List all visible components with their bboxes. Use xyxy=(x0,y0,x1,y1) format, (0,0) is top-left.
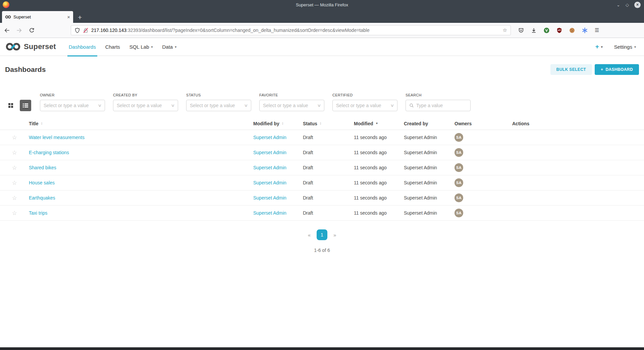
created-by-text: Superset Admin xyxy=(404,165,454,170)
sort-icon: ▲▼ xyxy=(282,122,284,125)
desktop-edge-strip xyxy=(0,347,644,350)
chevron-down-icon: ▾ xyxy=(634,45,636,49)
modified-text: 11 seconds ago xyxy=(354,150,404,155)
status-select[interactable]: Select or type a value ∨ xyxy=(186,100,251,111)
chevron-down-icon: ▾ xyxy=(175,45,176,49)
dashboard-title-link[interactable]: Earthquakes xyxy=(29,195,55,201)
pagination-prev-button[interactable]: « xyxy=(305,231,313,239)
grid-icon xyxy=(8,103,13,108)
ublock-origin-icon[interactable]: uO xyxy=(556,28,562,33)
bookmark-star-icon[interactable]: ☆ xyxy=(503,27,507,33)
nav-item-dashboards[interactable]: Dashboards xyxy=(64,38,101,56)
filter-favorite: FAVORITE Select or type a value ∨ xyxy=(259,93,324,111)
reload-icon[interactable] xyxy=(29,28,35,33)
table-row: ☆ Taxi trips Superset Admin Draft 11 sec… xyxy=(0,206,644,221)
search-icon xyxy=(409,103,414,108)
tracking-shield-icon[interactable] xyxy=(74,28,80,33)
dashboard-title-link[interactable]: Shared bikes xyxy=(29,165,56,170)
nav-item-charts[interactable]: Charts xyxy=(101,38,125,56)
menu-icon[interactable]: ☰ xyxy=(595,27,599,33)
settings-menu[interactable]: Settings▾ xyxy=(614,44,636,50)
modified-by-link[interactable]: Superset Admin xyxy=(253,195,286,201)
maximize-button[interactable]: ◇ xyxy=(626,3,629,7)
list-view-toggle[interactable] xyxy=(20,100,31,111)
dashboard-title-link[interactable]: Water level measurements xyxy=(29,135,85,140)
column-header-modified[interactable]: Modified ▼ xyxy=(354,121,404,126)
created-by-text: Superset Admin xyxy=(404,135,454,140)
app-navbar: Superset Dashboards Charts SQL Lab▾ Data… xyxy=(0,38,644,56)
favorite-star-icon[interactable]: ☆ xyxy=(12,179,17,186)
favorite-select[interactable]: Select or type a value ∨ xyxy=(259,100,324,111)
modified-by-link[interactable]: Superset Admin xyxy=(253,210,286,216)
table-row: ☆ Earthquakes Superset Admin Draft 11 se… xyxy=(0,190,644,206)
insecure-lock-icon[interactable] xyxy=(83,28,89,33)
chevron-down-icon: ∨ xyxy=(171,103,175,108)
column-header-title[interactable]: Title ▲▼ xyxy=(24,121,253,126)
dashboard-title-link[interactable]: Taxi trips xyxy=(29,210,47,216)
dashboard-title-link[interactable]: E-charging stations xyxy=(29,150,69,155)
modified-text: 11 seconds ago xyxy=(354,195,404,201)
url-text[interactable]: 217.160.120.143:32393/dashboard/list/?pa… xyxy=(91,28,500,33)
modified-text: 11 seconds ago xyxy=(354,135,404,140)
superset-logo-icon xyxy=(5,42,21,51)
owner-avatar: SA xyxy=(454,209,463,217)
modified-by-link[interactable]: Superset Admin xyxy=(253,150,286,155)
url-bar[interactable]: 217.160.120.143:32393/dashboard/list/?pa… xyxy=(71,25,511,35)
browser-tab-superset[interactable]: Superset × xyxy=(2,11,73,23)
download-icon[interactable] xyxy=(531,28,537,33)
created-by-select[interactable]: Select or type a value ∨ xyxy=(113,100,178,111)
tab-close-icon[interactable]: × xyxy=(67,14,70,19)
new-tab-button[interactable]: + xyxy=(78,14,82,21)
os-titlebar: Superset — Mozilla Firefox ⌄ ◇ × xyxy=(0,0,644,9)
svg-text:uO: uO xyxy=(558,29,561,31)
superset-brand[interactable]: Superset xyxy=(5,42,56,51)
new-dashboard-button[interactable]: +DASHBOARD xyxy=(595,64,639,75)
chevron-down-icon: ▾ xyxy=(151,45,153,49)
table-row: ☆ House sales Superset Admin Draft 11 se… xyxy=(0,175,644,190)
filter-search: SEARCH xyxy=(406,93,471,111)
forward-icon[interactable] xyxy=(16,28,22,33)
status-text: Draft xyxy=(303,210,354,216)
pagination-page-1-button[interactable]: 1 xyxy=(317,229,327,240)
nav-item-sql-lab[interactable]: SQL Lab▾ xyxy=(125,38,158,56)
status-text: Draft xyxy=(303,165,354,170)
favorite-star-icon[interactable]: ☆ xyxy=(12,134,17,141)
card-view-toggle[interactable] xyxy=(5,100,16,111)
filter-label: STATUS xyxy=(186,93,251,97)
favorite-star-icon[interactable]: ☆ xyxy=(12,164,17,171)
column-header-status[interactable]: Status ▲▼ xyxy=(303,121,354,126)
column-header-modified-by[interactable]: Modified by ▲▼ xyxy=(253,121,303,126)
created-by-text: Superset Admin xyxy=(404,195,454,201)
minimize-button[interactable]: ⌄ xyxy=(616,3,620,7)
certified-select[interactable]: Select or type a value ∨ xyxy=(332,100,397,111)
search-box[interactable] xyxy=(406,100,471,111)
search-input[interactable] xyxy=(416,103,467,108)
filter-created-by: CREATED BY Select or type a value ∨ xyxy=(113,93,178,111)
bulk-select-button[interactable]: BULK SELECT xyxy=(550,64,592,75)
filter-bar: OWNER Select or type a value ∨ CREATED B… xyxy=(0,84,644,111)
status-text: Draft xyxy=(303,195,354,201)
close-button[interactable]: × xyxy=(634,2,641,8)
back-icon[interactable] xyxy=(4,28,10,33)
privacy-badger-icon[interactable] xyxy=(544,28,549,33)
favorite-star-icon[interactable]: ☆ xyxy=(12,194,17,202)
modified-by-link[interactable]: Superset Admin xyxy=(253,165,286,170)
cookie-icon[interactable] xyxy=(569,28,575,33)
pocket-icon[interactable] xyxy=(518,28,524,33)
extension-asterisk-icon[interactable] xyxy=(582,28,588,33)
favorite-star-icon[interactable]: ☆ xyxy=(12,149,17,156)
filter-certified: CERTIFIED Select or type a value ∨ xyxy=(332,93,397,111)
owner-avatar: SA xyxy=(454,193,463,202)
url-host: 217.160.120.143 xyxy=(91,28,126,33)
page-header: Dashboards BULK SELECT +DASHBOARD xyxy=(0,56,644,84)
modified-by-link[interactable]: Superset Admin xyxy=(253,135,286,140)
url-path: :32393/dashboard/list/?pageIndex=0&sortC… xyxy=(126,28,370,33)
favorite-star-icon[interactable]: ☆ xyxy=(12,210,17,217)
modified-by-link[interactable]: Superset Admin xyxy=(253,180,286,185)
pagination-next-button[interactable]: » xyxy=(331,231,339,239)
owner-avatar: SA xyxy=(454,148,463,157)
nav-item-data[interactable]: Data▾ xyxy=(158,38,181,56)
dashboard-title-link[interactable]: House sales xyxy=(29,180,55,185)
new-item-menu[interactable]: +▾ xyxy=(595,43,603,50)
owner-select[interactable]: Select or type a value ∨ xyxy=(40,100,105,111)
